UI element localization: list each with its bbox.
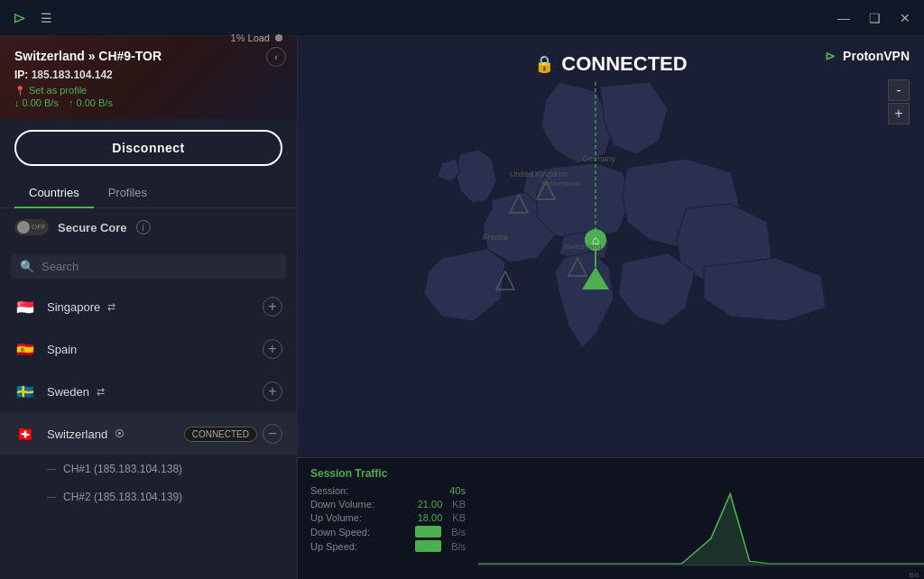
collapse-switzerland-button[interactable]: −: [263, 424, 282, 444]
flag-switzerland: 🇨🇭: [14, 427, 36, 441]
svg-text:United Kingdom: United Kingdom: [510, 170, 568, 179]
connection-ip: IP: 185.183.104.142: [14, 69, 162, 81]
title-bar: ⊳ ☰ — ❑ ✕: [0, 0, 924, 36]
connected-status: 🔒 CONNECTED: [534, 52, 687, 76]
lock-icon: 🔒: [534, 54, 554, 74]
title-bar-right: — ❑ ✕: [836, 10, 913, 26]
close-button[interactable]: ✕: [897, 10, 913, 26]
left-panel: Switzerland » CH#9-TOR IP: 185.183.104.1…: [0, 36, 298, 579]
p2p-icon-singapore: ⇄: [107, 301, 116, 313]
server-line: [47, 497, 56, 498]
up-speed-label: Up Speed:: [310, 541, 357, 552]
load-indicator: [275, 34, 282, 41]
proton-logo-icon[interactable]: ⊳: [11, 10, 27, 26]
search-box: 🔍: [11, 254, 286, 279]
country-name-spain: Spain: [47, 343, 263, 356]
country-item-spain[interactable]: 🇪🇸 Spain +: [0, 328, 297, 371]
traffic-title: Session Traffic: [310, 467, 466, 480]
up-speed-badge: 0.00: [415, 540, 441, 552]
proton-logo: ⊳ ProtonVPN: [825, 49, 910, 63]
chart-svg: B/s: [478, 458, 924, 579]
traffic-row-up-volume: Up Volume: 18.00 KB: [310, 512, 466, 523]
country-name-sweden: Sweden ⇄: [47, 385, 263, 399]
flag-spain: 🇪🇸: [14, 342, 36, 356]
maximize-button[interactable]: ❑: [866, 10, 882, 26]
up-volume-value: 18.00 KB: [418, 512, 466, 523]
disconnect-button[interactable]: Disconnect: [14, 130, 282, 166]
connected-label: CONNECTED: [561, 52, 687, 76]
secure-core-row: OFF Secure Core i: [0, 208, 297, 247]
traffic-row-up-speed: Up Speed: 0.00 B/s: [310, 540, 466, 552]
secure-core-label: Secure Core: [58, 221, 127, 234]
session-label: Session:: [310, 485, 348, 496]
down-speed-badge: 0.00: [415, 526, 441, 538]
traffic-info: Session Traffic Session: 40s Down Volume…: [298, 458, 478, 579]
country-name-switzerland: Switzerland ⦿: [47, 427, 184, 441]
toggle-thumb: [17, 221, 30, 234]
country-name-singapore: Singapore ⇄: [47, 300, 263, 314]
down-volume-value: 21.00 KB: [418, 499, 466, 510]
connection-header: Switzerland » CH#9-TOR IP: 185.183.104.1…: [0, 36, 297, 119]
up-volume-label: Up Volume:: [310, 512, 362, 523]
title-bar-left: ⊳ ☰: [11, 10, 54, 26]
search-icon: 🔍: [20, 260, 34, 273]
down-volume-label: Down Volume:: [310, 499, 374, 510]
svg-text:Germany: Germany: [582, 154, 616, 163]
traffic-row-down-volume: Down Volume: 21.00 KB: [310, 499, 466, 510]
set-as-profile-link[interactable]: 📍 Set as profile: [14, 85, 87, 96]
proton-vpn-label: ProtonVPN: [843, 49, 910, 63]
minimize-button[interactable]: —: [836, 10, 852, 26]
traffic-chart: B/s: [478, 458, 924, 579]
country-item-sweden[interactable]: 🇸🇪 Sweden ⇄ +: [0, 371, 297, 413]
expand-spain-button[interactable]: +: [263, 339, 282, 359]
down-speed-value: 0.00 B/s: [415, 526, 466, 538]
server-item-ch1[interactable]: CH#1 (185.183.104.138): [0, 455, 297, 483]
zoom-plus-button[interactable]: +: [888, 103, 910, 124]
country-list: 🇸🇬 Singapore ⇄ + 🇪🇸 Spain + 🇸🇪 Sw: [0, 286, 297, 579]
secure-core-info-icon[interactable]: i: [136, 220, 151, 234]
down-speed-label: Down Speed:: [310, 527, 370, 538]
svg-text:France: France: [483, 233, 508, 242]
country-item-switzerland[interactable]: 🇨🇭 Switzerland ⦿ CONNECTED −: [0, 413, 297, 455]
connected-badge-switzerland: CONNECTED: [184, 427, 257, 442]
svg-text:B/s: B/s: [910, 571, 919, 579]
connection-location: Switzerland » CH#9-TOR: [14, 49, 162, 63]
expand-sweden-button[interactable]: +: [263, 381, 282, 401]
up-speed-value: 0.00 B/s: [415, 540, 466, 552]
main-layout: Switzerland » CH#9-TOR IP: 185.183.104.1…: [0, 36, 924, 579]
traffic-panel: Session Traffic Session: 40s Down Volume…: [298, 457, 924, 579]
svg-text:Netherlands: Netherlands: [541, 179, 580, 188]
tab-profiles[interactable]: Profiles: [94, 177, 162, 208]
search-input[interactable]: [42, 260, 277, 273]
zoom-minus-button[interactable]: -: [888, 79, 910, 101]
connection-speed: ↓ 0.00 B/s ↑ 0.00 B/s: [14, 97, 162, 108]
traffic-row-session: Session: 40s: [310, 485, 466, 496]
server-item-ch2[interactable]: CH#2 (185.183.104.139): [0, 483, 297, 511]
p2p-icon-sweden: ⇄: [97, 386, 105, 398]
zoom-controls: - +: [888, 79, 910, 124]
server-line: [47, 469, 56, 470]
traffic-row-down-speed: Down Speed: 0.00 B/s: [310, 526, 466, 538]
hamburger-menu-button[interactable]: ☰: [38, 10, 54, 26]
svg-text:Switzerland: Switzerland: [564, 243, 601, 251]
flag-singapore: 🇸🇬: [14, 299, 36, 314]
connection-load: 1% Load: [231, 32, 282, 43]
proton-vpn-icon: ⊳: [825, 49, 836, 63]
tab-countries[interactable]: Countries: [14, 177, 94, 208]
expand-singapore-button[interactable]: +: [263, 297, 282, 317]
flag-sweden: 🇸🇪: [14, 384, 36, 399]
tab-bar: Countries Profiles: [0, 177, 297, 208]
right-panel: ⌂ United Kingdom Netherlands Germany Swi…: [298, 36, 924, 579]
secure-core-toggle[interactable]: OFF: [14, 219, 49, 235]
back-button[interactable]: ‹: [266, 47, 286, 67]
tor-icon: ⦿: [115, 428, 125, 439]
country-item-singapore[interactable]: 🇸🇬 Singapore ⇄ +: [0, 286, 297, 328]
session-value: 40s: [449, 485, 466, 496]
